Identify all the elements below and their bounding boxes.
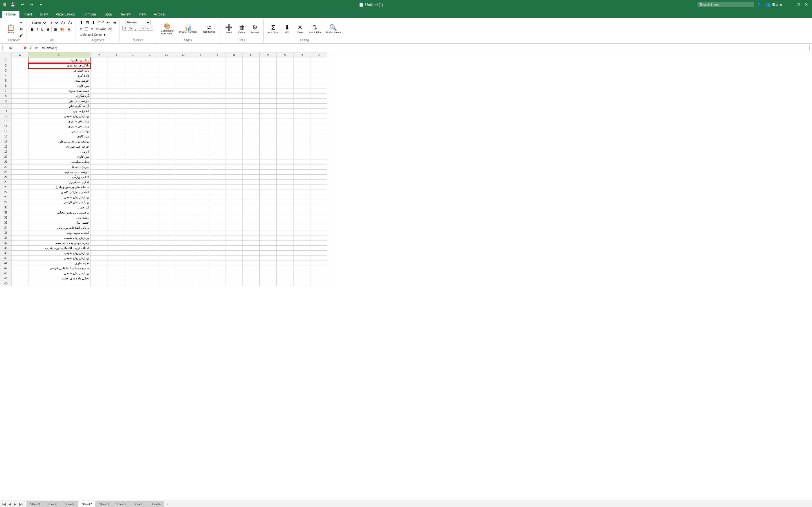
cell-b9[interactable]: خوشه بندی متن bbox=[29, 99, 91, 104]
cell-n42[interactable] bbox=[276, 266, 294, 271]
cell-h6[interactable] bbox=[175, 83, 192, 89]
cell-c23[interactable] bbox=[91, 170, 107, 175]
cell-n14[interactable] bbox=[276, 124, 294, 129]
cell-m33[interactable] bbox=[260, 220, 276, 225]
cell-m37[interactable] bbox=[260, 240, 276, 245]
cell-b18[interactable]: چرخه عمر فناوری bbox=[29, 144, 91, 149]
cell-o36[interactable] bbox=[294, 235, 310, 240]
format-cells-btn[interactable]: ⚙ Format bbox=[249, 23, 261, 35]
col-f-header[interactable]: F bbox=[141, 52, 158, 58]
cell-p31[interactable] bbox=[310, 210, 327, 215]
sheet-tab-sheet6[interactable]: Sheet6 bbox=[44, 501, 61, 507]
cell-h7[interactable] bbox=[175, 89, 192, 94]
fill-color-button[interactable]: 🎨 bbox=[59, 27, 66, 32]
cell-f2[interactable] bbox=[141, 63, 158, 68]
cell-b15[interactable]: تولیدات علمی bbox=[29, 129, 91, 134]
cell-k23[interactable] bbox=[226, 170, 243, 175]
sheet-tab-sheet1[interactable]: Sheet1 bbox=[96, 501, 113, 507]
cell-i24[interactable] bbox=[192, 175, 209, 180]
cell-d30[interactable] bbox=[107, 205, 124, 210]
align-right-btn[interactable]: ≡ bbox=[90, 26, 94, 32]
cell-n26[interactable] bbox=[276, 185, 294, 190]
fill-btn[interactable]: ⬇ Fill bbox=[281, 23, 293, 35]
cell-o35[interactable] bbox=[294, 230, 310, 235]
cell-i19[interactable] bbox=[192, 149, 209, 154]
row-number-23[interactable]: 23 bbox=[0, 170, 11, 175]
row-number-35[interactable]: 35 bbox=[0, 230, 11, 235]
cell-l35[interactable] bbox=[243, 230, 260, 235]
cell-n38[interactable] bbox=[276, 245, 294, 251]
cell-j10[interactable] bbox=[209, 104, 226, 109]
cell-g20[interactable] bbox=[158, 154, 175, 159]
cut-button[interactable]: ✂ bbox=[18, 20, 24, 25]
cell-k6[interactable] bbox=[226, 83, 243, 89]
cell-b16[interactable]: متن کاوی bbox=[29, 134, 91, 139]
cell-i5[interactable] bbox=[192, 78, 209, 83]
cell-m5[interactable] bbox=[260, 78, 276, 83]
cell-k10[interactable] bbox=[226, 104, 243, 109]
cell-o41[interactable] bbox=[294, 261, 310, 266]
cell-c37[interactable] bbox=[91, 240, 107, 245]
cell-a8[interactable] bbox=[11, 94, 29, 99]
cell-g10[interactable] bbox=[158, 104, 175, 109]
align-center-btn[interactable]: ☰ bbox=[84, 26, 89, 32]
cell-f13[interactable] bbox=[141, 119, 158, 124]
cell-p38[interactable] bbox=[310, 245, 327, 251]
cell-p2[interactable] bbox=[310, 63, 327, 68]
cell-o9[interactable] bbox=[294, 99, 310, 104]
cell-d28[interactable] bbox=[107, 195, 124, 200]
cell-b13[interactable]: پیش بینی فناوری bbox=[29, 119, 91, 124]
cell-g1[interactable] bbox=[158, 58, 175, 63]
row-number-27[interactable]: 27 bbox=[0, 190, 11, 195]
cell-n21[interactable] bbox=[276, 159, 294, 165]
cell-f14[interactable] bbox=[141, 124, 158, 129]
cell-o44[interactable] bbox=[294, 276, 310, 281]
cell-j19[interactable] bbox=[209, 149, 226, 154]
tab-acrobat[interactable]: Acrobat bbox=[150, 11, 169, 18]
cell-b21[interactable]: تحلیل سیاست bbox=[29, 159, 91, 165]
cell-c38[interactable] bbox=[91, 245, 107, 251]
cell-d16[interactable] bbox=[107, 134, 124, 139]
cell-m21[interactable] bbox=[260, 159, 276, 165]
cell-a21[interactable] bbox=[11, 159, 29, 165]
align-left-btn[interactable]: ≡ bbox=[79, 26, 83, 32]
cell-d15[interactable] bbox=[107, 129, 124, 134]
cell-h15[interactable] bbox=[175, 129, 192, 134]
cell-p16[interactable] bbox=[310, 134, 327, 139]
comma-btn[interactable]: , bbox=[134, 25, 137, 31]
cell-l34[interactable] bbox=[243, 225, 260, 230]
cell-o12[interactable] bbox=[294, 114, 310, 119]
cell-m32[interactable] bbox=[260, 215, 276, 220]
cell-b44[interactable]: تحلیل داده های عظیم bbox=[29, 276, 91, 281]
cell-e17[interactable] bbox=[124, 139, 141, 144]
cell-e25[interactable] bbox=[124, 180, 141, 185]
cell-p18[interactable] bbox=[310, 144, 327, 149]
cell-p3[interactable] bbox=[310, 68, 327, 73]
cell-f9[interactable] bbox=[141, 99, 158, 104]
cell-o34[interactable] bbox=[294, 225, 310, 230]
cell-a32[interactable] bbox=[11, 215, 29, 220]
cell-o19[interactable] bbox=[294, 149, 310, 154]
cell-m10[interactable] bbox=[260, 104, 276, 109]
cell-a40[interactable] bbox=[11, 256, 29, 261]
cell-l7[interactable] bbox=[243, 89, 260, 94]
cell-a41[interactable] bbox=[11, 261, 29, 266]
cell-i7[interactable] bbox=[192, 89, 209, 94]
cell-m41[interactable] bbox=[260, 261, 276, 266]
cell-o20[interactable] bbox=[294, 154, 310, 159]
indent-increase-btn[interactable]: ⇥ bbox=[111, 20, 117, 25]
row-number-34[interactable]: 34 bbox=[0, 225, 11, 230]
row-number-8[interactable]: 8 bbox=[0, 94, 11, 99]
conditional-formatting-btn[interactable]: 🎨 ConditionalFormatting bbox=[159, 22, 176, 36]
merge-center-btn[interactable]: ⊡ Merge & Center ▼ bbox=[79, 33, 107, 37]
cell-i43[interactable] bbox=[192, 271, 209, 276]
col-p-header[interactable]: P bbox=[310, 52, 327, 58]
row-number-7[interactable]: 7 bbox=[0, 89, 11, 94]
cell-b31[interactable]: برچسب زنی نقش معنایی bbox=[29, 210, 91, 215]
cell-j14[interactable] bbox=[209, 124, 226, 129]
cell-k14[interactable] bbox=[226, 124, 243, 129]
cell-c29[interactable] bbox=[91, 200, 107, 205]
cell-a14[interactable] bbox=[11, 124, 29, 129]
cell-a11[interactable] bbox=[11, 109, 29, 114]
cell-m3[interactable] bbox=[260, 68, 276, 73]
